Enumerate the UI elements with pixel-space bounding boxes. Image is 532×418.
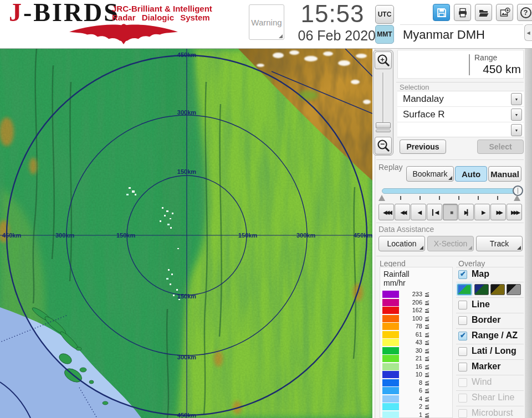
legend-value: 16 [401,363,422,370]
legend-value: 78 [401,323,422,330]
range-label: Range [474,53,497,62]
forward-button[interactable]: ▶▶ [490,204,506,220]
border-checkbox[interactable] [458,316,467,325]
overlay-label: Lati / Long [472,346,516,356]
printer-icon [457,7,468,18]
logo-tagline: JRC-Brilliant & Intelligent Radar Dialog… [112,4,212,22]
track-button[interactable]: Track [476,236,523,251]
collapse-arrow-icon: ◀ [526,30,530,35]
bookmark-button[interactable]: Bookmark [406,166,454,182]
overlay-label: Border [472,315,500,325]
map-style-swatch-1[interactable] [457,284,472,295]
legend-color-swatch [382,315,399,322]
legend-quantity: Rainfall [383,270,410,278]
legend-operator: ≦ [424,395,429,402]
xsection-button[interactable]: X-Section [427,236,474,251]
zoom-slider-thumb-ridge [376,130,391,132]
legend-operator: ≦ [424,347,429,354]
help-button[interactable]: ? [517,4,532,21]
dropdown-grip-icon [517,246,521,250]
slider-end-marker-icon[interactable] [514,195,520,201]
radar-map-canvas[interactable]: 450km 300km 150km 150km 300km 450km 450k… [0,49,372,418]
logo-tagline-line2: Radar Dialogic System [112,13,212,22]
print-button[interactable] [454,4,471,21]
play-button[interactable]: ▶ [474,204,490,220]
mmt-button[interactable]: MMT [375,25,394,44]
xsection-label: X-Section [434,239,468,248]
magnifier-minus-icon: − [376,138,391,153]
location-button[interactable]: Location [378,236,425,251]
map-checkbox[interactable]: ✔ [458,270,467,279]
panel-collapse-button[interactable]: ◀ [524,24,532,41]
overlay-row-shear-line: Shear Line [456,391,524,406]
legend-row: 2≦ [380,403,452,410]
zoom-slider-thumb[interactable] [376,122,391,128]
legend-value: 4 [401,395,422,402]
shear-line-checkbox [458,394,467,402]
site-dropdown[interactable]: Mandalay ▼ [397,91,524,107]
lati-long-checkbox[interactable] [458,347,467,356]
dropdown-arrow-icon[interactable]: ▼ [511,109,522,121]
save-button[interactable] [433,4,450,21]
play-reverse-button[interactable]: ◀ [411,204,426,220]
manual-button[interactable]: Manual [488,166,521,182]
dropdown-arrow-icon[interactable]: ▼ [511,124,522,136]
ring-label-w450: 450km [2,232,21,239]
map-style-swatch-2[interactable] [474,284,489,295]
legend-row: 43≦ [380,339,452,346]
overlay-label: Wind [472,377,492,387]
legend-color-swatch [382,395,399,402]
forward-fast-button[interactable]: ▶▶▶ [507,204,522,220]
option-dropdown[interactable]: ▼ [397,122,524,138]
select-label: Select [489,142,511,151]
zoom-slider-track[interactable] [382,73,384,125]
legend-row: 206≦ [380,299,452,306]
legend-color-swatch [382,347,399,354]
step-back-button[interactable]: ▎◀ [427,204,442,220]
step-forward-button[interactable]: ▶▎ [458,204,474,220]
slider-start-marker-icon[interactable] [378,195,385,201]
range-az-checkbox[interactable]: ✔ [458,332,467,340]
legend-operator: ≦ [424,355,429,362]
station-title: Myanmar DMH [403,28,485,42]
auto-button[interactable]: Auto [455,166,487,182]
legend-color-swatch [382,323,399,330]
previous-button[interactable]: Previous [400,140,446,154]
map-style-swatch-3[interactable] [490,284,505,295]
radar-map[interactable]: 450km 300km 150km 150km 300km 450km 450k… [0,49,372,418]
slider-tick [420,196,421,200]
dropdown-arrow-icon[interactable]: ▼ [511,93,522,105]
section-divider [376,256,524,256]
logo-title-j: J [9,0,23,27]
overlay-row-line: Line [456,298,524,313]
slider-tick [478,196,479,200]
utc-button[interactable]: UTC [375,5,394,24]
legend-color-swatch [382,363,399,370]
open-folder-button[interactable] [475,4,492,21]
dropdown-grip-icon [448,176,452,180]
zoom-out-button[interactable]: − [375,137,392,154]
legend-unit: mm/hr [383,278,406,287]
selection-label: Selection [400,83,429,91]
zoom-in-button[interactable]: + [375,51,392,69]
ring-label-n150: 150km [177,168,196,175]
logo-tagline-line1: JRC-Brilliant & Intelligent [112,4,212,13]
add-image-button[interactable] [496,4,513,21]
product-dropdown[interactable]: Surface R ▼ [397,107,524,122]
eagle-icon [9,23,238,44]
replay-slider-track[interactable] [382,188,521,194]
legend-value: 43 [401,339,422,346]
legend-color-swatch [382,387,399,394]
legend-color-swatch [382,403,399,410]
map-style-swatch-4[interactable] [507,284,521,295]
stop-button[interactable]: ■ [443,204,458,220]
ring-label-e300: 300km [296,232,315,239]
select-button[interactable]: Select [477,140,524,154]
marker-checkbox[interactable] [458,363,467,371]
line-checkbox[interactable] [458,301,467,309]
site-dropdown-value: Mandalay [403,91,444,106]
rewind-button[interactable]: ◀◀ [395,204,410,220]
ring-label-e150: 150km [238,232,257,239]
rewind-fast-button[interactable]: ◀◀◀ [378,204,394,220]
ring-label-s450: 450km [177,412,196,418]
